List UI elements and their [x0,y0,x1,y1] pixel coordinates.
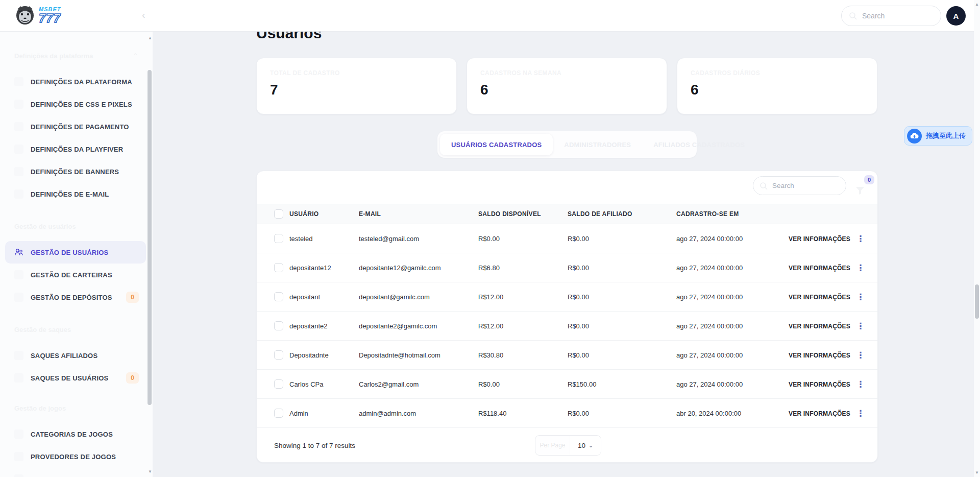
sidebar-section-header[interactable]: Definições da plataforma ⌃ [7,50,145,61]
header-search-input[interactable] [862,12,928,20]
row-checkbox[interactable] [274,263,283,272]
tab-usuarios-cadastrados[interactable]: USUÁRIOS CADASTRADOS [440,134,553,155]
page-scrollbar-thumb[interactable] [975,284,979,319]
sidebar-item-gestao-depositos[interactable]: GESTÃO DE DEPÓSITOS 0 [5,286,146,308]
cell-saldo: R$6.80 [478,264,568,272]
row-checkbox[interactable] [274,321,283,330]
stat-card-total: TOTAL DE CADASTRO 7 [256,58,457,114]
cell-afiliado: R$0.00 [568,322,676,330]
banners-icon [14,167,23,176]
per-page-button[interactable]: Per Page [535,436,570,455]
sidebar-item-todos-jogos[interactable]: TODOS OS JOGOS [5,468,146,477]
stat-value: 6 [691,82,864,98]
chevron-down-icon: ⌄ [589,442,593,449]
sidebar-section-header[interactable]: Gestão de jogos [7,402,145,414]
search-icon [760,182,768,190]
scroll-down-icon[interactable]: ▼ [148,469,152,474]
drag-upload-button[interactable]: 拖拽至此上传 [904,126,972,146]
kebab-menu-icon[interactable]: ⋮ [850,409,871,418]
avatar[interactable]: A [946,6,966,26]
stat-label: CADASTROS NA SEMANA [480,69,653,77]
filter-icon[interactable] [855,185,865,196]
sidebar-section-header[interactable]: Gestão de usuários [7,221,145,232]
table-row: depositant depositant@gamilc.com R$12.00… [257,282,877,312]
kebab-menu-icon[interactable]: ⋮ [850,293,871,301]
kebab-menu-icon[interactable]: ⋮ [850,351,871,360]
ver-informacoes-button[interactable]: VER INFORMAÇÕES [789,265,850,272]
select-all-checkbox[interactable] [274,209,283,219]
sidebar-item-definicoes-plataforma[interactable]: DEFINIÇÕES DA PLATAFORMA [5,70,146,93]
sidebar-item-gestao-usuarios[interactable]: GESTÃO DE USUÁRIOS [5,241,146,264]
ver-informacoes-button[interactable]: VER INFORMAÇÕES [789,323,850,330]
kebab-menu-icon[interactable]: ⋮ [850,380,871,389]
kebab-menu-icon[interactable]: ⋮ [850,234,871,243]
payment-icon [14,122,23,131]
page-scrollbar[interactable]: ▲ ▼ [974,0,980,477]
stat-card-diario: CADASTROS DIÁRIOS 6 [677,58,877,114]
sidebar-item-label: SAQUES DE USUÁRIOS [31,374,108,382]
users-icon [14,248,23,257]
cell-date: ago 27, 2024 00:00:00 [676,235,787,243]
sidebar-item-provedores-jogos[interactable]: PROVEDORES DE JOGOS [5,445,146,468]
section-header-label: Gestão de usuários [14,223,76,230]
sidebar-collapse-icon[interactable]: ‹ [142,9,145,21]
per-page-select[interactable]: 10 ⌄ [570,436,601,455]
wallet-icon [14,270,23,279]
section-header-label: Gestão de jogos [14,404,66,412]
sidebar-item-label: GESTÃO DE DEPÓSITOS [31,294,112,301]
kebab-menu-icon[interactable]: ⋮ [850,264,871,272]
filter-control[interactable]: 0 [853,178,876,199]
upload-label: 拖拽至此上传 [926,131,966,140]
sidebar-item-saques-afiliados[interactable]: SAQUES AFILIADOS [5,344,146,367]
row-checkbox[interactable] [274,292,283,301]
tab-administradores[interactable]: ADMINISTRADORES [553,134,642,155]
sidebar-item-label: TODOS OS JOGOS [31,475,92,477]
sidebar: Definições da plataforma ⌃ DEFINIÇÕES DA… [0,32,153,477]
sidebar-section-header[interactable]: Gestão de saques [7,324,145,335]
scroll-up-icon[interactable]: ▲ [148,36,152,40]
sidebar-scrollbar[interactable]: ▲ ▼ [146,32,153,477]
sidebar-item-definicoes-email[interactable]: DEFINIÇÕES DE E-MAIL [5,183,146,205]
categories-icon [14,430,23,439]
cell-saldo: R$12.00 [478,322,568,330]
tab-afiliados-cadastrados[interactable]: AFILIADOS CADASTRADOS [642,134,756,155]
kebab-menu-icon[interactable]: ⋮ [850,322,871,330]
users-table-card: 0 USUÁRIO E-MAIL SALDO DISPONÍVEL SALDO … [256,171,878,463]
ver-informacoes-button[interactable]: VER INFORMAÇÕES [789,352,850,359]
cell-saldo: R$0.00 [478,235,568,243]
sidebar-item-categorias-jogos[interactable]: CATEGORIAS DE JOGOS [5,423,146,445]
row-checkbox[interactable] [274,409,283,418]
table-search-input[interactable] [772,182,828,189]
withdraw-users-icon [14,373,23,383]
brand-text: MSBET 777 [39,7,61,25]
ver-informacoes-button[interactable]: VER INFORMAÇÕES [789,294,850,301]
ver-informacoes-button[interactable]: VER INFORMAÇÕES [789,235,850,243]
sidebar-item-definicoes-banners[interactable]: DEFINIÇÕES DE BANNERS [5,160,146,183]
table-row: depositante12 depositante12@gamilc.com R… [257,253,877,282]
tiger-logo-icon [14,4,36,27]
row-checkbox[interactable] [274,379,283,389]
table-row: Admin admin@admin.com R$118.40 R$0.00 ab… [257,399,877,428]
row-checkbox[interactable] [274,234,283,243]
scroll-up-icon[interactable]: ▲ [975,2,979,7]
scroll-down-icon[interactable]: ▼ [975,470,979,475]
sidebar-item-gestao-carteiras[interactable]: GESTÃO DE CARTEIRAS [5,264,146,286]
sidebar-scrollbar-thumb[interactable] [148,70,152,405]
ver-informacoes-button[interactable]: VER INFORMAÇÕES [789,410,850,417]
ver-informacoes-button[interactable]: VER INFORMAÇÕES [789,381,850,388]
filter-count-badge: 0 [864,175,874,184]
tab-bar: USUÁRIOS CADASTRADOS ADMINISTRADORES AFI… [437,131,697,158]
brand-logo[interactable]: MSBET 777 [14,4,61,27]
sidebar-item-definicoes-css[interactable]: DEFINIÇÕES DE CSS E PIXELS [5,93,146,115]
cell-afiliado: R$150.00 [568,380,676,388]
table-search [753,176,846,195]
sidebar-item-definicoes-playfiver[interactable]: DEFINIÇÕES DA PLAYFIVER [5,138,146,160]
section-header-label: Gestão de saques [14,326,71,333]
sidebar-item-definicoes-pagamento[interactable]: DEFINIÇÕES DE PAGAMENTO [5,115,146,138]
row-checkbox[interactable] [274,350,283,360]
table-footer: Showing 1 to 7 of 7 results Per Page 10 … [257,428,877,463]
cell-date: ago 27, 2024 00:00:00 [676,322,787,330]
cell-email: testeled@gmail.com [359,235,478,243]
sidebar-item-saques-usuarios[interactable]: SAQUES DE USUÁRIOS 0 [5,367,146,389]
cell-afiliado: R$0.00 [568,410,676,417]
